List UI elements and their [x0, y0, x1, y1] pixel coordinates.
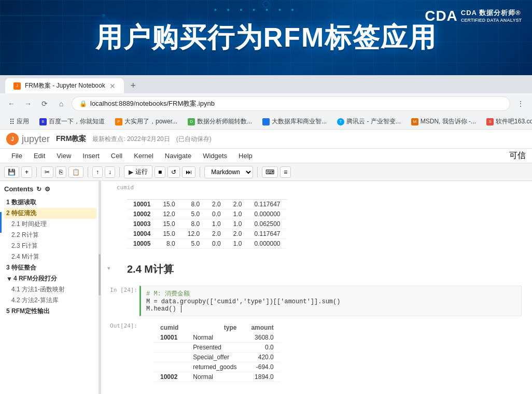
- nav-home-button[interactable]: ⌂: [55, 97, 67, 110]
- new-tab-button[interactable]: +: [126, 79, 141, 93]
- toc-item-data-read[interactable]: 1 数据读取: [4, 197, 96, 208]
- bookmark-apps[interactable]: ⠿ 应用: [5, 116, 33, 127]
- notebook-title[interactable]: FRM教案: [56, 134, 86, 144]
- upper-out-label: cumid: [117, 184, 532, 192]
- bookmark-power[interactable]: P 大实用了，power...: [111, 116, 181, 127]
- code-line-2: M.head(): [146, 305, 516, 313]
- run-icon: ▶: [129, 168, 133, 176]
- notebook-area[interactable]: cumid 10001 15.0 8.: [101, 181, 532, 394]
- cell-cumid-10002: 10002: [153, 372, 186, 382]
- menu-help[interactable]: Help: [233, 150, 258, 162]
- bookmark-baidu[interactable]: B 百度一下，你就知道: [35, 116, 109, 127]
- table-row: 10004 15.0 12.0 2.0 2.0 0.117647: [127, 229, 287, 239]
- banner-title: 用户购买行为RFM标签应用: [95, 20, 437, 56]
- table-row: returned_goods -694.0: [153, 362, 281, 372]
- nav-refresh-button[interactable]: ⟳: [38, 97, 51, 110]
- bookmark-bigdata[interactable]: 大数据库和商业智...: [258, 116, 331, 127]
- jupyter-toolbar: 💾 + ✂ ⎘ 📋 ↑ ↓ ▶ 运行 ■ ↺ ⏭ Markdown Code R…: [0, 163, 532, 181]
- autosave-meta: (已自动保存): [176, 135, 212, 144]
- toc-item-rfm-output[interactable]: 5 RFM定性输出: [4, 306, 96, 317]
- menu-widgets[interactable]: Widgets: [198, 150, 232, 162]
- toolbar-separator-4: [200, 167, 200, 177]
- toc-item-r-calc[interactable]: 2.2 R计算: [4, 230, 96, 241]
- table-row: 10001 Normal 3608.0: [153, 333, 281, 343]
- cell-type-selector[interactable]: Markdown Code Raw: [204, 166, 253, 178]
- output-table-2: cumid type amount 10001 Normal 3608.0: [153, 322, 281, 382]
- menu-insert[interactable]: Insert: [77, 150, 105, 162]
- table-row: 10002 12.0 5.0 0.0 1.0 0.000000: [127, 209, 287, 219]
- menu-view[interactable]: View: [51, 150, 76, 162]
- output-container: Out[24]: cumid type amount 10001: [101, 318, 532, 384]
- toc-item-m-calc[interactable]: 2.4 M计算: [4, 251, 96, 262]
- toc-item-feature-clean[interactable]: 2 特征清洗: [4, 208, 96, 219]
- toc-item-f-calc[interactable]: 2.3 F计算: [4, 241, 96, 251]
- toolbar-separator-1: [36, 167, 37, 177]
- table-row: 10003 15.0 8.0 1.0 1.0 0.062500: [127, 219, 287, 229]
- toc-item-feature-merge[interactable]: 3 特征整合: [4, 262, 96, 273]
- save-button[interactable]: 💾: [4, 166, 19, 178]
- keyboard-shortcut-button[interactable]: ⌨: [262, 166, 278, 178]
- menu-cell[interactable]: Cell: [106, 150, 128, 162]
- circuit-decoration: [214, 5, 318, 21]
- cell-amount-3608: 3608.0: [244, 333, 281, 343]
- menu-file[interactable]: File: [6, 150, 27, 162]
- bookmark-software[interactable]: S 软件吧163.com: [482, 116, 532, 127]
- run-button[interactable]: ▶ 运行: [124, 165, 152, 178]
- bookmark-data-analyst[interactable]: D 数据分析师能转数...: [184, 116, 256, 127]
- checkpoint-meta: 最新检查点: 2022年2月20日: [92, 135, 170, 144]
- cell-amount-420: 420.0: [244, 353, 281, 362]
- cell-type-presented: Presented: [186, 343, 244, 353]
- trusted-label: 可信: [509, 150, 526, 161]
- nav-back-button[interactable]: ←: [5, 97, 18, 110]
- cell-cumid-empty1: [153, 343, 186, 353]
- upper-table-container: cumid 10001 15.0 8.: [101, 181, 532, 249]
- move-up-button[interactable]: ↑: [92, 166, 103, 178]
- upper-output-table: 10001 15.0 8.0 2.0 2.0 0.117647 10002 12…: [127, 196, 287, 249]
- nav-forward-button[interactable]: →: [22, 97, 34, 110]
- collapse-button[interactable]: ▾: [101, 263, 117, 274]
- url-bar[interactable]: 🔒 localhost:8889/notebooks/FRM教案.ipynb: [72, 96, 510, 111]
- tab-close-button[interactable]: ✕: [109, 82, 116, 90]
- out-col-amount: amount: [244, 322, 281, 333]
- out-col-type: type: [186, 322, 244, 333]
- code-cell[interactable]: # M: 消费金额 M = data.groupby(['cumid','typ…: [139, 286, 522, 316]
- code-line-1: M = data.groupby(['cumid','type'])[['amo…: [146, 298, 516, 305]
- jupyter-icon: J: [6, 133, 19, 145]
- restart-run-button[interactable]: ⏭: [182, 166, 195, 178]
- extensions-button[interactable]: ⋮: [514, 97, 527, 110]
- add-cell-button[interactable]: +: [21, 166, 32, 178]
- bookmark-msdn[interactable]: M MSDN, 我告诉你 -...: [407, 116, 480, 127]
- active-tab[interactable]: J FRM教案 - Jupyter Notebook ✕: [5, 78, 124, 93]
- toc-header: Contents ↻ ⚙: [4, 185, 96, 193]
- cell-cumid-empty2: [153, 353, 186, 362]
- copy-button[interactable]: ⎘: [55, 166, 66, 178]
- jupyter-menu-bar: File Edit View Insert Cell Kernel Naviga…: [0, 149, 532, 163]
- cell-type-normal: Normal: [186, 333, 244, 343]
- toc-item-method2[interactable]: 4.2 方法2-算法库: [4, 295, 96, 306]
- toc-refresh-icon[interactable]: ↻: [36, 186, 41, 193]
- sidebar-scrollbar-thumb[interactable]: [99, 254, 101, 295]
- bookmark-tencent[interactable]: T 腾讯云 - 产业智变...: [333, 116, 405, 127]
- toc-title: Contents: [4, 185, 33, 193]
- toc-item-method1[interactable]: 4.1 方法1-函数映射: [4, 284, 96, 295]
- move-down-button[interactable]: ↓: [105, 166, 115, 178]
- table-row: 10002 Normal 1894.0: [153, 372, 281, 382]
- toc-settings-icon[interactable]: ⚙: [45, 186, 50, 193]
- cell-cumid-10001: 10001: [153, 333, 186, 343]
- menu-edit[interactable]: Edit: [29, 150, 50, 162]
- stop-button[interactable]: ■: [155, 166, 165, 178]
- toolbar-separator-5: [257, 167, 258, 177]
- cell-cumid: 10001: [127, 200, 157, 209]
- toc-item-rfm-score[interactable]: ▼ 4 RFM分段打分: [4, 273, 96, 284]
- cell-toolbar-button[interactable]: ≡: [280, 166, 291, 178]
- toc-item-time-process[interactable]: 2.1 时间处理: [4, 219, 96, 230]
- menu-navigate[interactable]: Navigate: [160, 150, 197, 162]
- restart-button[interactable]: ↺: [167, 166, 180, 178]
- toc-blue-indicator: [0, 212, 2, 233]
- cell-prompt-out: Out[24]:: [101, 320, 137, 329]
- menu-kernel[interactable]: Kernel: [129, 150, 159, 162]
- paste-button[interactable]: 📋: [68, 166, 83, 178]
- cell-amount-1894: 1894.0: [244, 372, 281, 382]
- cut-button[interactable]: ✂: [41, 166, 53, 178]
- text-cursor: [181, 305, 181, 313]
